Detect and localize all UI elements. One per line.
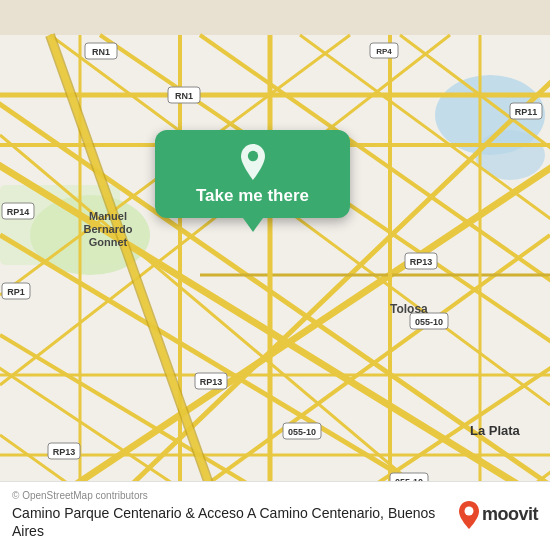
svg-text:RP4: RP4	[376, 47, 392, 56]
svg-point-66	[464, 506, 473, 515]
svg-text:Gonnet: Gonnet	[89, 236, 128, 248]
attribution: © OpenStreetMap contributors	[12, 490, 448, 501]
location-info: © OpenStreetMap contributors Camino Parq…	[12, 490, 448, 540]
svg-text:RN1: RN1	[92, 47, 110, 57]
moovit-logo: moovit	[458, 501, 538, 529]
svg-text:RP13: RP13	[200, 377, 223, 387]
location-pin-icon	[235, 144, 271, 180]
svg-text:La Plata: La Plata	[470, 423, 521, 438]
moovit-text: moovit	[482, 504, 538, 525]
moovit-pin-icon	[458, 501, 480, 529]
location-name: Camino Parque Centenario & Acceso A Cami…	[12, 504, 448, 540]
svg-text:Manuel: Manuel	[89, 210, 127, 222]
map-layer: RN1 RN1 RP14 RP11 RP13 RP1 RP13 RP13 055…	[0, 0, 550, 550]
svg-text:RP1: RP1	[7, 287, 25, 297]
svg-text:RP14: RP14	[7, 207, 30, 217]
svg-text:Tolosa: Tolosa	[390, 302, 428, 316]
svg-text:RP13: RP13	[410, 257, 433, 267]
svg-text:RP11: RP11	[515, 107, 538, 117]
svg-text:055-10: 055-10	[288, 427, 316, 437]
svg-text:RN1: RN1	[175, 91, 193, 101]
svg-text:RP13: RP13	[53, 447, 76, 457]
popup-label: Take me there	[196, 186, 309, 206]
svg-text:Bernardo: Bernardo	[84, 223, 133, 235]
popup-bubble[interactable]: Take me there	[155, 130, 350, 218]
bottom-bar: © OpenStreetMap contributors Camino Parq…	[0, 481, 550, 550]
map-container: RN1 RN1 RP14 RP11 RP13 RP1 RP13 RP13 055…	[0, 0, 550, 550]
svg-text:055-10: 055-10	[415, 317, 443, 327]
svg-point-65	[247, 151, 257, 161]
